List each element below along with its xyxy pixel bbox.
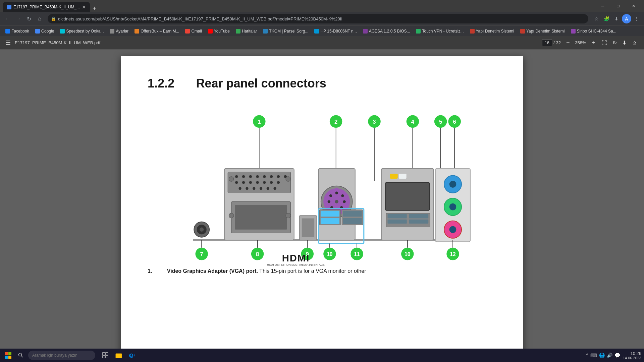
bookmark-haritalar[interactable]: Haritalar [233, 27, 260, 35]
speaker-icon[interactable]: 🔊 [607, 353, 612, 358]
bookmark-label: YouTube [214, 29, 230, 34]
notification-icon[interactable]: 💬 [614, 353, 620, 358]
address-bar[interactable]: 🔒 dlcdnets.asus.com/pub/ASUS/mb/SocketAM… [48, 14, 588, 23]
svg-point-25 [263, 175, 266, 178]
zoom-level: 358% [573, 40, 588, 45]
tab-close-button[interactable]: ✕ [82, 4, 86, 10]
bookmark-yapi1[interactable]: Yapı Denetim Sistemi [467, 27, 517, 35]
taskbar-system-area: ^ ⌨ 🌐 🔊 💬 10:26 14.06.2023 [586, 351, 641, 360]
svg-rect-77 [409, 220, 428, 224]
clock-time: 10:26 [623, 351, 641, 356]
haritalar-favicon [236, 29, 240, 34]
bookmark-ayarlar[interactable]: Ayarlar [107, 27, 131, 35]
edge-browser-button[interactable] [126, 349, 138, 361]
diagram-svg: 1 2 3 4 5 [148, 101, 496, 268]
new-tab-button[interactable]: + [90, 5, 99, 12]
svg-text:HIGH-DEFINITION MULTIMEDIA INT: HIGH-DEFINITION MULTIMEDIA INTERFACE [267, 263, 325, 266]
system-clock[interactable]: 10:26 14.06.2023 [623, 351, 641, 360]
svg-rect-113 [5, 356, 8, 359]
svg-point-46 [229, 213, 234, 218]
downloads-icon[interactable]: ⬇ [612, 14, 621, 23]
network-icon[interactable]: 🌐 [599, 353, 605, 358]
bookmark-star-icon[interactable]: ☆ [592, 14, 601, 23]
close-button[interactable]: ✕ [626, 0, 641, 12]
bookmark-google[interactable]: Google [33, 27, 57, 35]
svg-text:6: 6 [453, 119, 456, 125]
svg-text:7: 7 [200, 251, 203, 257]
browser-window: E17197_PRIME_B450M-K_II_UM_... ✕ + ─ □ ✕… [0, 0, 644, 362]
keyboard-icon[interactable]: ⌨ [590, 353, 597, 358]
task-view-button[interactable] [99, 349, 111, 361]
fit-page-icon[interactable]: ⛶ [600, 39, 608, 47]
bookmark-sinbo[interactable]: Sinbo SHC-4344 Sa... [568, 27, 619, 35]
reload-button[interactable]: ↻ [24, 14, 34, 23]
active-tab[interactable]: E17197_PRIME_B450M-K_II_UM_... ✕ [3, 2, 90, 12]
svg-point-35 [277, 181, 280, 184]
pdf-total-pages: 32 [556, 40, 561, 45]
zoom-in-button[interactable]: + [590, 39, 596, 46]
svg-point-24 [256, 175, 259, 178]
svg-text:3: 3 [373, 119, 376, 125]
svg-point-38 [253, 187, 255, 190]
pdf-zoom-controls: − 358% + [565, 39, 596, 46]
bookmark-label: AGESA 1.2.0.5 BIOS... [369, 29, 410, 34]
bookmark-label: Sinbo SHC-4344 Sa... [577, 29, 616, 34]
pdf-menu-icon[interactable]: ☰ [5, 39, 11, 47]
svg-point-30 [242, 181, 245, 184]
bookmark-youtube[interactable]: YouTube [205, 27, 232, 35]
zoom-out-button[interactable]: − [565, 39, 571, 46]
maximize-button[interactable]: □ [610, 0, 626, 12]
pdf-page-input[interactable] [542, 39, 552, 46]
desc-spacer [154, 268, 166, 274]
taskbar-search-area[interactable] [15, 349, 27, 361]
svg-rect-67 [343, 211, 362, 217]
svg-point-84 [449, 226, 457, 233]
forward-button[interactable]: → [13, 14, 23, 23]
description-text: 1. Video Graphics Adapter (VGA) port. Th… [148, 268, 496, 274]
bookmark-agesa[interactable]: AGESA 1.2.0.5 BIOS... [360, 27, 413, 35]
agesa-favicon [363, 29, 368, 34]
start-button[interactable] [3, 350, 13, 361]
svg-point-43 [286, 177, 291, 182]
pdf-content-area[interactable]: 1.2.2 Rear panel connectors 1 2 [0, 50, 644, 362]
svg-point-32 [256, 181, 259, 184]
svg-point-22 [242, 175, 245, 178]
svg-rect-112 [8, 352, 11, 355]
taskbar-search-input[interactable] [28, 351, 95, 360]
clock-date: 14.06.2023 [623, 356, 641, 360]
svg-point-53 [341, 194, 344, 197]
bookmark-gmail[interactable]: Gmail [182, 27, 204, 35]
svg-rect-61 [302, 219, 314, 237]
svg-text:1: 1 [258, 119, 261, 125]
svg-rect-111 [5, 352, 8, 355]
title-bar: E17197_PRIME_B450M-K_II_UM_... ✕ + ─ □ ✕ [0, 0, 644, 12]
address-text: dlcdnets.asus.com/pub/ASUS/mb/SocketAM4/… [58, 16, 585, 21]
bookmark-speedtest[interactable]: Speedtest by Ooka... [57, 27, 106, 35]
download-icon[interactable]: ⬇ [621, 38, 628, 47]
svg-point-31 [249, 181, 252, 184]
bookmark-hp[interactable]: HP 15-D8006NT n... [312, 27, 359, 35]
print-icon[interactable]: 🖨 [631, 39, 639, 47]
rotate-icon[interactable]: ↻ [611, 38, 618, 47]
profile-button[interactable]: A [622, 14, 631, 23]
yapi1-favicon [470, 29, 475, 34]
desc-bold: Video Graphics Adapter (VGA) port. [167, 268, 258, 274]
extensions-icon[interactable]: 🧩 [602, 14, 611, 23]
gmail-favicon [185, 29, 190, 34]
bookmark-facebook[interactable]: Facebook [3, 27, 32, 35]
svg-point-51 [335, 191, 338, 194]
home-button[interactable]: ⌂ [35, 14, 44, 23]
svg-point-23 [249, 175, 252, 178]
file-explorer-button[interactable] [113, 349, 125, 361]
bookmark-touchvpn[interactable]: Touch VPN - Ücretsiz... [413, 27, 466, 35]
show-hidden-icons[interactable]: ^ [586, 353, 588, 358]
bookmark-tkgm[interactable]: TKGM | Parsel Sorg... [260, 27, 311, 35]
menu-button[interactable]: ⋮ [632, 14, 641, 23]
back-button[interactable]: ← [3, 14, 12, 23]
bookmark-offersbux[interactable]: OffersBux – Earn M... [132, 27, 182, 35]
section-title: Rear panel connectors [196, 76, 326, 90]
bookmark-yapi2[interactable]: Yapı Denetim Sistemi [518, 27, 568, 35]
facebook-favicon [5, 29, 10, 34]
minimize-button[interactable]: ─ [595, 0, 610, 12]
pdf-toolbar: ☰ E17197_PRIME_B450M-K_II_UM_WEB.pdf / 3… [0, 36, 644, 50]
